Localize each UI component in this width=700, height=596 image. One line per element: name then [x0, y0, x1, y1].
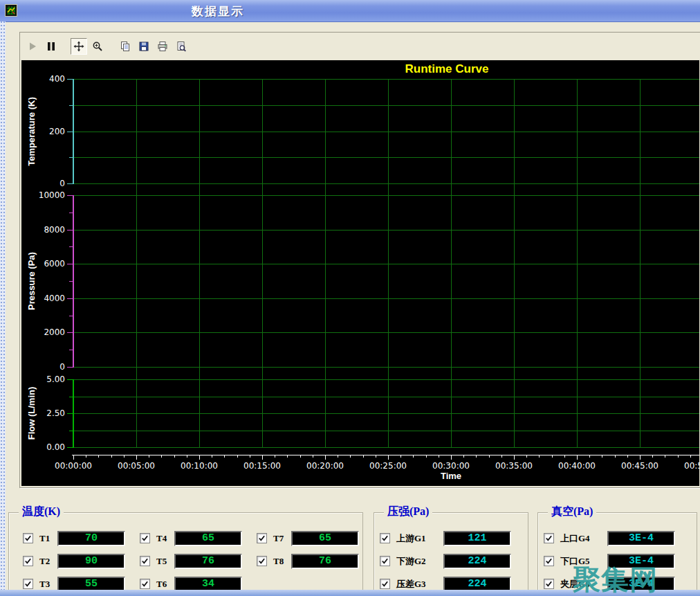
y-major-tick [67, 230, 73, 231]
y-tick-label: 2000 [30, 327, 65, 337]
check-icon [545, 557, 553, 565]
chart-title: Runtime Curve [378, 62, 516, 76]
x-minor-tick [678, 455, 679, 458]
x-minor-tick [652, 455, 653, 458]
x-minor-tick [86, 455, 86, 458]
t6-checkbox[interactable] [140, 579, 150, 589]
y-major-tick [67, 332, 73, 333]
x-minor-tick [224, 455, 225, 458]
play-button[interactable] [24, 38, 41, 55]
copy-button[interactable] [117, 38, 133, 55]
y-minor-tick [69, 281, 73, 282]
copy-icon [120, 41, 131, 52]
window-frame-left [0, 21, 6, 590]
x-minor-tick [350, 455, 351, 458]
zoom-tool-button[interactable] [89, 38, 106, 55]
channel-label: T7 [273, 533, 290, 544]
channel-label: T1 [39, 533, 56, 544]
pause-button[interactable] [43, 38, 59, 55]
g1-checkbox[interactable] [380, 533, 390, 543]
app-grid-chart-icon [5, 4, 17, 17]
t3-checkbox[interactable] [23, 579, 33, 589]
g4-checkbox[interactable] [544, 533, 554, 543]
channel-row-t1: T1 70 [23, 527, 130, 550]
x-major-tick [640, 455, 641, 460]
x-minor-tick [161, 455, 162, 458]
vertical-gridline [514, 79, 515, 447]
vertical-gridline [262, 79, 263, 447]
print-preview-icon [176, 41, 187, 52]
window-title: 数据显示 [192, 3, 244, 19]
y-minor-tick [69, 246, 73, 247]
x-tick-label: 00:05:00 [112, 461, 160, 471]
x-major-tick [577, 455, 578, 460]
x-minor-tick [275, 455, 275, 458]
y-minor-tick [69, 350, 73, 350]
t2-value-display: 90 [57, 554, 125, 569]
x-tick-label: 00:15:00 [238, 461, 286, 471]
x-tick-label: 00:35:00 [490, 461, 538, 471]
print-preview-button[interactable] [173, 38, 190, 55]
g5-checkbox[interactable] [544, 556, 554, 566]
y-tick-label: 0 [30, 179, 65, 188]
check-icon [258, 534, 266, 542]
horizontal-gridline [73, 230, 699, 231]
chart-toolbar [24, 36, 190, 57]
y-major-tick [67, 298, 73, 299]
check-icon [141, 557, 149, 565]
y-tick-label: 8000 [30, 225, 65, 235]
y-minor-tick [69, 397, 73, 397]
t8-value-display: 76 [291, 554, 359, 569]
y-minor-tick [69, 213, 73, 213]
y-major-tick [67, 79, 73, 80]
horizontal-gridline [73, 298, 699, 299]
channel-row-t4: T4 65 [140, 527, 247, 550]
t4-checkbox[interactable] [140, 533, 150, 543]
x-minor-tick [552, 455, 553, 458]
x-minor-tick [237, 455, 238, 458]
x-axis-line [72, 455, 699, 455]
x-minor-tick [476, 455, 477, 458]
y-minor-tick [69, 316, 73, 316]
t1-value-display: 70 [57, 531, 125, 546]
title-bar[interactable]: 数据显示 [0, 0, 700, 22]
x-minor-tick [564, 455, 565, 458]
x-minor-tick [111, 455, 112, 458]
pressure-group-title: 压强(Pa) [384, 505, 432, 519]
x-axis-title: Time [430, 471, 472, 481]
x-tick-label: 00:25:00 [364, 461, 412, 471]
play-icon [27, 41, 38, 52]
check-icon [141, 580, 149, 588]
check-icon [381, 534, 389, 542]
save-button[interactable] [136, 38, 152, 55]
check-icon [24, 534, 32, 542]
check-icon [381, 580, 389, 588]
y-axis-line [73, 195, 74, 368]
g3-checkbox[interactable] [380, 579, 390, 589]
g2-checkbox[interactable] [380, 556, 390, 566]
t5-checkbox[interactable] [140, 556, 150, 566]
chart-panel: 0200400Temperature (K)020004000600080001… [19, 32, 700, 488]
y-major-tick [67, 447, 73, 448]
pause-icon [46, 41, 57, 52]
chart-canvas[interactable]: 0200400Temperature (K)020004000600080001… [21, 60, 699, 486]
t7-checkbox[interactable] [257, 533, 267, 543]
g6-checkbox[interactable] [544, 579, 554, 589]
zoom-magnifier-icon [92, 41, 103, 52]
pan-tool-button[interactable] [71, 38, 87, 55]
horizontal-gridline [73, 413, 699, 414]
x-minor-tick [526, 455, 527, 458]
y-axis-title: Flow (L/min) [26, 387, 37, 440]
t8-checkbox[interactable] [257, 556, 267, 566]
pressure-groupbox: 压强(Pa) 上游G1 121 下游G2 224 压差G3 224 [374, 512, 528, 596]
x-minor-tick [287, 455, 288, 458]
horizontal-gridline [73, 105, 699, 106]
x-minor-tick [250, 455, 250, 458]
print-button[interactable] [154, 38, 171, 55]
t2-checkbox[interactable] [23, 556, 33, 566]
x-tick-label: 00:00:00 [49, 461, 98, 471]
x-minor-tick [400, 455, 401, 458]
y-major-tick [67, 183, 73, 184]
t1-checkbox[interactable] [23, 533, 33, 543]
save-floppy-icon [138, 41, 149, 52]
